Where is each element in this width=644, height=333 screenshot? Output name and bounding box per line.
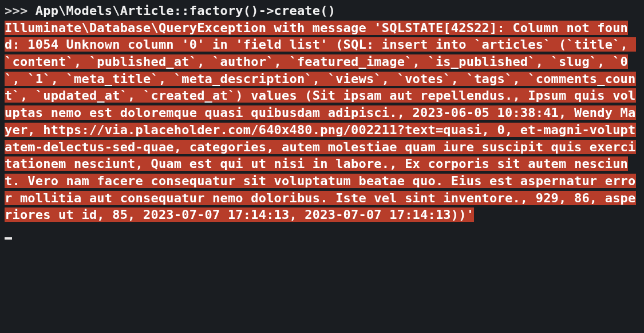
terminal-input-line[interactable]: >>> App\Models\Article::factory()->creat…	[5, 2, 639, 19]
terminal-cursor	[5, 237, 12, 240]
command-text: App\Models\Article::factory()->create()	[35, 3, 335, 18]
error-output: Illuminate\Database\QueryException with …	[5, 21, 636, 222]
prompt-symbol: >>>	[5, 3, 35, 18]
